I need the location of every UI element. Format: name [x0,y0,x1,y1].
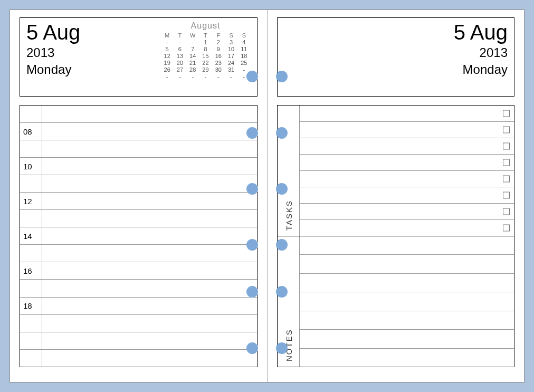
note-row[interactable] [300,292,514,311]
cal-day-cell: 17 [225,53,237,60]
planner-sheet: 5 Aug 2013 Monday August MTWTFSS ---1234… [9,9,525,383]
schedule-hour-label [20,332,42,349]
date-year: 2013 [454,45,508,60]
cal-day-cell: 4 [237,39,250,46]
task-row[interactable] [300,204,514,220]
mini-calendar: August MTWTFSS ---1234567891011121314151… [161,21,251,93]
schedule-grid: 081012141618 [20,105,258,367]
cal-day-cell: - [186,73,199,80]
schedule-hour-label [20,245,42,262]
schedule-row[interactable]: 14 [20,227,257,245]
note-row[interactable] [300,330,514,348]
date-block-right: 5 Aug 2013 Monday [454,21,508,93]
cal-day-cell: 13 [174,53,186,60]
cal-day-cell: - [212,73,225,80]
task-checkbox[interactable] [503,192,510,199]
schedule-row[interactable]: 08 [20,123,257,140]
cal-day-cell: 28 [186,66,199,73]
note-row[interactable] [300,349,514,367]
cal-day-cell: 23 [212,60,225,66]
task-row[interactable] [300,187,514,204]
cal-day-cell: 25 [237,60,250,66]
note-row[interactable] [300,255,514,273]
cal-day-cell: 9 [212,46,225,53]
schedule-slot[interactable] [42,106,257,122]
task-checkbox[interactable] [503,208,510,215]
schedule-row[interactable] [20,315,257,332]
schedule-slot[interactable] [42,140,257,157]
task-row[interactable] [300,171,514,187]
schedule-row[interactable] [20,175,257,193]
schedule-row[interactable] [20,245,257,262]
cal-dow-cell: M [161,32,174,39]
schedule-row[interactable] [20,140,257,158]
schedule-hour-label: 12 [20,193,42,209]
schedule-row[interactable]: 12 [20,193,257,210]
schedule-slot[interactable] [42,210,257,227]
schedule-slot[interactable] [42,227,257,244]
schedule-slot[interactable] [42,262,257,279]
task-checkbox[interactable] [503,159,510,166]
schedule-row[interactable]: 16 [20,262,257,280]
schedule-slot[interactable] [42,298,257,314]
task-checkbox[interactable] [503,110,510,117]
page-left: 5 Aug 2013 Monday August MTWTFSS ---1234… [10,10,268,382]
schedule-slot[interactable] [42,280,257,297]
schedule-hour-label [20,175,42,192]
tasks-lines [300,106,514,236]
task-checkbox[interactable] [503,143,510,150]
task-checkbox[interactable] [503,225,510,232]
tasks-label: TASKS [284,200,293,231]
cal-day-cell: - [161,73,174,80]
note-row[interactable] [300,274,514,292]
schedule-row[interactable] [20,350,257,367]
note-row[interactable] [300,236,514,255]
cal-day-cell: 31 [225,66,237,73]
task-row[interactable] [300,106,514,122]
schedule-slot[interactable] [42,193,257,209]
cal-day-cell: - [225,73,237,80]
schedule-hour-label: 10 [20,158,42,175]
schedule-slot[interactable] [42,350,257,367]
schedule-slot[interactable] [42,158,257,175]
schedule-hour-label [20,106,42,122]
cal-dow-cell: S [237,32,250,39]
schedule-slot[interactable] [42,332,257,349]
task-row[interactable] [300,220,514,236]
note-row[interactable] [300,311,514,330]
task-row[interactable] [300,138,514,155]
tasks-label-col: TASKS [278,106,300,236]
right-header: 5 Aug 2013 Monday [277,17,515,97]
schedule-row[interactable] [20,332,257,350]
tasks-section: TASKS [278,106,514,236]
schedule-row[interactable]: 18 [20,298,257,315]
cal-day-cell: - [237,73,250,80]
schedule-slot[interactable] [42,245,257,262]
cal-day-cell: 6 [174,46,186,53]
schedule-slot[interactable] [42,123,257,140]
schedule-row[interactable] [20,210,257,227]
schedule-hour-label [20,350,42,367]
cal-day-cell: - [161,39,174,46]
date-main: 5 Aug [454,21,508,43]
schedule-hour-label: 14 [20,227,42,244]
task-row[interactable] [300,122,514,138]
cal-day-cell: 1 [199,39,212,46]
cal-day-cell: 11 [237,46,250,53]
task-checkbox[interactable] [503,176,510,183]
cal-day-cell: 22 [199,60,212,66]
cal-day-cell: 19 [161,60,174,66]
cal-dow-cell: S [225,32,237,39]
schedule-row[interactable] [20,280,257,297]
cal-day-cell: 5 [161,46,174,53]
cal-day-cell: - [186,39,199,46]
schedule-row[interactable]: 10 [20,158,257,175]
schedule-row[interactable] [20,106,257,123]
mini-calendar-title: August [161,21,251,31]
schedule-slot[interactable] [42,175,257,192]
task-row[interactable] [300,155,514,171]
task-checkbox[interactable] [503,127,510,133]
cal-day-cell: 29 [199,66,212,73]
notes-section: NOTES [278,236,514,367]
schedule-slot[interactable] [42,315,257,332]
